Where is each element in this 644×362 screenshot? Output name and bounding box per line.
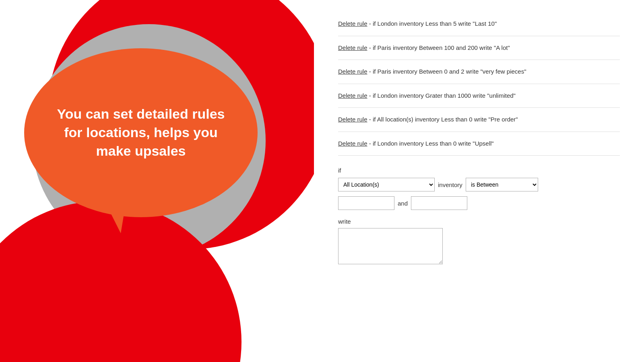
delete-rule-link[interactable]: Delete rule [338, 116, 367, 123]
rule-description: - if London inventory Less than 5 write … [367, 20, 497, 27]
rule-item: Delete rule - if All location(s) invento… [338, 108, 620, 132]
bubble-text: You can set detailed rules for locations… [48, 105, 233, 160]
rule-item: Delete rule - if London inventory Grater… [338, 84, 620, 108]
rule-item: Delete rule - if Paris inventory Between… [338, 36, 620, 60]
speech-bubble: You can set detailed rules for locations… [24, 48, 258, 217]
delete-rule-link[interactable]: Delete rule [338, 20, 367, 27]
value-input-1[interactable] [338, 196, 394, 210]
inventory-label: inventory [438, 181, 462, 188]
form-row-condition: All Location(s) London Paris inventory i… [338, 178, 620, 191]
delete-rule-link[interactable]: Delete rule [338, 44, 367, 51]
condition-select[interactable]: is Between Less than Greater than [466, 178, 538, 191]
delete-rule-link[interactable]: Delete rule [338, 140, 367, 147]
rule-description: - if London inventory Grater than 1000 w… [367, 92, 516, 99]
rule-item: Delete rule - if London inventory Less t… [338, 132, 620, 156]
right-panel: Delete rule - if London inventory Less t… [314, 0, 644, 362]
value-input-2[interactable] [411, 196, 467, 210]
delete-rule-link[interactable]: Delete rule [338, 68, 367, 75]
form-row-values: and [338, 196, 620, 210]
rule-description: - if London inventory Less than 0 write … [367, 140, 494, 147]
rule-description: - if Paris inventory Between 0 and 2 wri… [367, 68, 526, 75]
delete-rule-link[interactable]: Delete rule [338, 92, 367, 99]
write-label: write [338, 218, 620, 225]
and-label: and [398, 200, 408, 207]
left-panel: You can set detailed rules for locations… [0, 0, 314, 362]
rule-description: - if All location(s) inventory Less than… [367, 116, 518, 123]
rule-description: - if Paris inventory Between 100 and 200… [367, 44, 510, 51]
rules-list: Delete rule - if London inventory Less t… [338, 16, 620, 156]
location-select[interactable]: All Location(s) London Paris [338, 178, 435, 191]
if-label: if [338, 167, 620, 174]
new-rule-form: if All Location(s) London Paris inventor… [338, 156, 620, 266]
rule-item: Delete rule - if London inventory Less t… [338, 16, 620, 36]
rule-item: Delete rule - if Paris inventory Between… [338, 60, 620, 84]
write-textarea[interactable] [338, 228, 443, 264]
